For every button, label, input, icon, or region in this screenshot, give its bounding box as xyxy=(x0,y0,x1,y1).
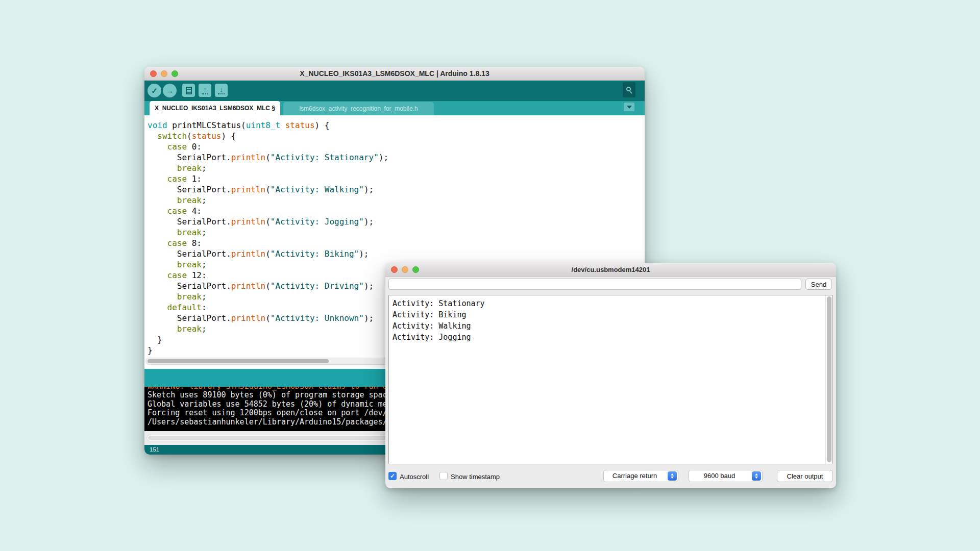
check-icon: ✓ xyxy=(151,87,158,94)
show-timestamp-label: Show timestamp xyxy=(451,473,500,481)
desktop: X_NUCLEO_IKS01A3_LSM6DSOX_MLC | Arduino … xyxy=(0,0,980,551)
status-line-number: 151 xyxy=(150,446,159,453)
serial-monitor-window: /dev/cu.usbmodem14201 Send Activity: Sta… xyxy=(385,263,836,488)
serial-controls-bar: ✓ Autoscroll Show timestamp Carriage ret… xyxy=(385,464,836,488)
ide-tabbar: X_NUCLEO_IKS01A3_LSM6DSOX_MLC § lsm6dsox… xyxy=(144,101,645,115)
tab-header-file[interactable]: lsm6dsox_activity_recognition_for_mobile… xyxy=(283,102,434,115)
serial-scrollbar-thumb[interactable] xyxy=(827,296,831,462)
ide-toolbar: ✓ → ↑ ↓ xyxy=(144,81,645,101)
tab-list-dropdown-button[interactable] xyxy=(624,103,634,111)
save-sketch-button[interactable]: ↓ xyxy=(215,84,228,97)
tab-header-file-label: lsm6dsox_activity_recognition_for_mobile… xyxy=(299,105,418,112)
serial-send-input[interactable] xyxy=(388,279,801,290)
ide-window-title: X_NUCLEO_IKS01A3_LSM6DSOX_MLC | Arduino … xyxy=(144,67,645,81)
clear-output-button[interactable]: Clear output xyxy=(777,470,833,482)
serial-output-area[interactable]: Activity: StationaryActivity: BikingActi… xyxy=(388,295,833,464)
arrow-down-icon: ↓ xyxy=(218,87,225,94)
autoscroll-label: Autoscroll xyxy=(400,473,429,481)
code-text: void printMLCStatus(uint8_t status) { sw… xyxy=(148,120,388,356)
arrow-up-icon: ↑ xyxy=(202,87,208,94)
show-timestamp-checkbox[interactable] xyxy=(439,472,448,480)
upload-button[interactable]: → xyxy=(163,84,177,97)
open-sketch-button[interactable]: ↑ xyxy=(199,84,211,97)
serial-monitor-button[interactable] xyxy=(623,82,635,97)
new-sketch-button[interactable] xyxy=(182,84,195,97)
document-icon xyxy=(186,87,192,94)
line-ending-value: Carriage return xyxy=(604,470,666,482)
editor-scrollbar-thumb[interactable] xyxy=(148,359,329,363)
tab-main-sketch-label: X_NUCLEO_IKS01A3_LSM6DSOX_MLC § xyxy=(155,105,275,112)
serial-window-title: /dev/cu.usbmodem14201 xyxy=(385,263,836,277)
serial-titlebar: /dev/cu.usbmodem14201 xyxy=(385,263,836,277)
magnifier-icon xyxy=(626,87,632,93)
arrow-right-icon: → xyxy=(166,87,174,94)
stepper-icon xyxy=(668,471,677,481)
chevron-down-icon xyxy=(627,106,632,109)
serial-output-scrollbar[interactable] xyxy=(825,295,832,464)
line-ending-select[interactable]: Carriage return xyxy=(603,470,678,482)
autoscroll-checkbox[interactable]: ✓ xyxy=(388,472,397,480)
stepper-icon xyxy=(752,471,761,481)
send-button[interactable]: Send xyxy=(805,279,832,290)
baud-rate-value: 9600 baud xyxy=(689,470,750,482)
ide-titlebar: X_NUCLEO_IKS01A3_LSM6DSOX_MLC | Arduino … xyxy=(144,67,645,81)
verify-button[interactable]: ✓ xyxy=(148,84,161,97)
baud-rate-select[interactable]: 9600 baud xyxy=(689,470,763,482)
tab-main-sketch[interactable]: X_NUCLEO_IKS01A3_LSM6DSOX_MLC § xyxy=(150,101,280,115)
serial-output-text: Activity: StationaryActivity: BikingActi… xyxy=(393,298,485,343)
